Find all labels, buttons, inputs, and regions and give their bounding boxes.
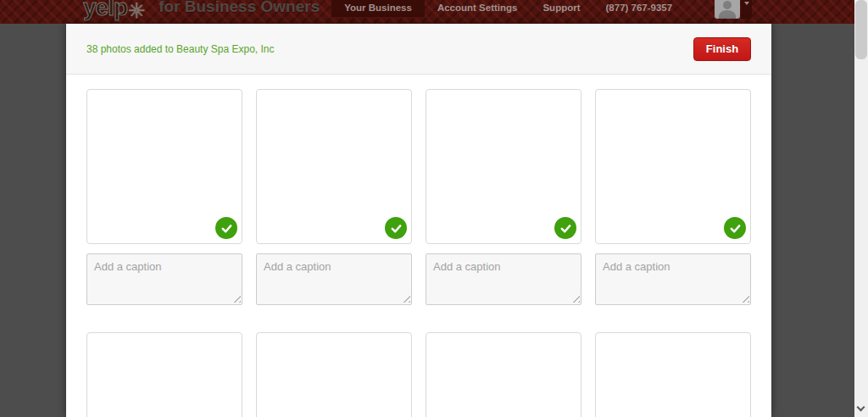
header-nav: Your Business Account Settings Support (… [331, 0, 685, 17]
photo-tile[interactable] [256, 89, 412, 244]
photo-tile[interactable] [426, 332, 581, 417]
modal-header: 38 photos added to Beauty Spa Expo, Inc … [66, 24, 771, 75]
yelp-logo[interactable]: yelp ✳ [83, 0, 145, 21]
nav-item-support[interactable]: Support [530, 0, 593, 17]
photo-tile[interactable] [256, 332, 412, 417]
finish-button[interactable]: Finish [693, 37, 751, 61]
photo-tile[interactable] [426, 89, 581, 244]
nav-item-account-settings[interactable]: Account Settings [425, 0, 531, 17]
check-icon [724, 217, 746, 239]
photo-tile[interactable] [595, 332, 751, 417]
user-menu[interactable] [715, 0, 752, 19]
yelp-logo-text: yelp [83, 0, 127, 21]
user-menu-dropdown-button[interactable] [741, 0, 752, 19]
photo-tile[interactable] [86, 89, 242, 244]
yelp-burst-icon: ✳ [128, 1, 145, 21]
nav-item-phone-number[interactable]: (877) 767-9357 [593, 0, 686, 17]
photo-tile[interactable] [595, 89, 751, 244]
check-icon [385, 217, 407, 239]
avatar[interactable] [715, 0, 740, 19]
caption-input[interactable] [426, 253, 581, 305]
photo-tile[interactable] [86, 332, 242, 417]
nav-item-your-business[interactable]: Your Business [331, 0, 425, 17]
pending-photo-row [86, 332, 751, 417]
modal-body [66, 75, 771, 417]
site-tagline: for Business Owners [159, 0, 320, 16]
caption-input[interactable] [595, 253, 751, 305]
photo-upload-modal: 38 photos added to Beauty Spa Expo, Inc … [66, 24, 771, 417]
scrollbar[interactable] [854, 0, 868, 417]
uploaded-photo-row [86, 89, 751, 244]
caption-row [86, 253, 751, 305]
chevron-down-icon[interactable] [857, 403, 865, 412]
scrollbar-thumb[interactable] [855, 0, 867, 59]
check-icon [215, 217, 237, 239]
upload-status-message: 38 photos added to Beauty Spa Expo, Inc [86, 43, 275, 55]
check-icon [554, 217, 576, 239]
caption-input[interactable] [256, 253, 412, 305]
person-icon [723, 1, 732, 9]
caption-input[interactable] [86, 253, 242, 305]
caret-down-icon [744, 2, 749, 5]
top-navbar: yelp ✳ for Business Owners Your Business… [0, 0, 854, 24]
